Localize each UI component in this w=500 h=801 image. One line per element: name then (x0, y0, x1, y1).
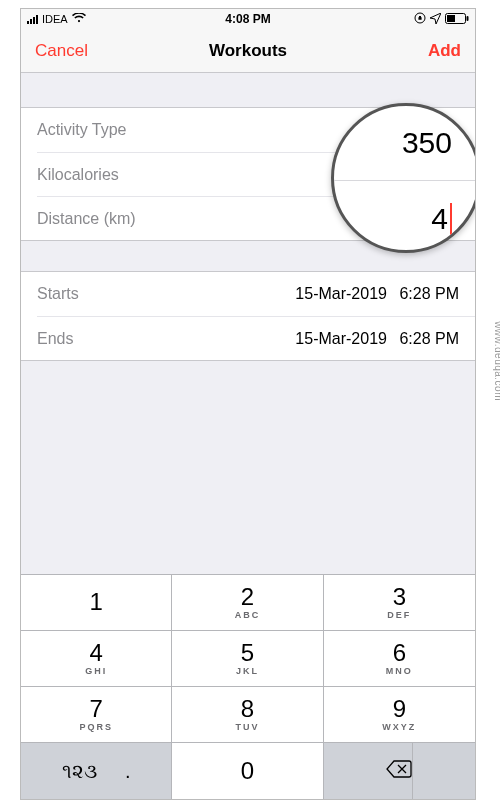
starts-date: 15-Mar-2019 (295, 285, 387, 302)
key-7[interactable]: 7PQRS (21, 687, 172, 743)
magnifier-overlay: 350 4 (331, 103, 476, 253)
ends-value: 15-Mar-2019 6:28 PM (295, 330, 459, 348)
key-2[interactable]: 2ABC (172, 575, 323, 631)
signal-icon (27, 15, 38, 24)
status-time: 4:08 PM (225, 12, 270, 26)
key-backspace[interactable] (386, 743, 413, 799)
location-icon (430, 13, 441, 26)
starts-label: Starts (37, 285, 79, 303)
carrier-label: IDEA (42, 13, 68, 25)
distance-label: Distance (km) (37, 210, 136, 228)
activity-type-label: Activity Type (37, 121, 127, 139)
key-1[interactable]: 1 (21, 575, 172, 631)
starts-row[interactable]: Starts 15-Mar-2019 6:28 PM (21, 272, 475, 316)
watermark: www.deuqa.com (494, 321, 501, 401)
key-5[interactable]: 5JKL (172, 631, 323, 687)
status-right (414, 12, 469, 26)
status-bar: IDEA 4:08 PM (21, 9, 475, 29)
key-language-dot[interactable]: ૧૨૩. (21, 743, 172, 799)
time-section: Starts 15-Mar-2019 6:28 PM Ends 15-Mar-2… (21, 271, 475, 361)
key-6[interactable]: 6MNO (324, 631, 475, 687)
numeric-keyboard: 1 2ABC 3DEF 4GHI 5JKL 6MNO 7PQRS 8TUV 9W… (21, 574, 475, 799)
ends-label: Ends (37, 330, 73, 348)
key-9[interactable]: 9WXYZ (324, 687, 475, 743)
device-frame: IDEA 4:08 PM Cancel Workouts Add Activit… (20, 8, 476, 800)
battery-icon (445, 13, 469, 26)
svg-rect-2 (467, 16, 469, 21)
kilocalories-label: Kilocalories (37, 166, 119, 184)
backspace-icon (386, 760, 412, 782)
nav-bar: Cancel Workouts Add (21, 29, 475, 73)
key-3[interactable]: 3DEF (324, 575, 475, 631)
cancel-button[interactable]: Cancel (35, 41, 88, 61)
key-0[interactable]: 0 (172, 743, 323, 799)
ends-row[interactable]: Ends 15-Mar-2019 6:28 PM (37, 316, 475, 360)
ends-time: 6:28 PM (399, 330, 459, 347)
key-4[interactable]: 4GHI (21, 631, 172, 687)
wifi-icon (72, 13, 86, 25)
status-left: IDEA (27, 13, 86, 25)
key-8[interactable]: 8TUV (172, 687, 323, 743)
orientation-lock-icon (414, 12, 426, 26)
svg-rect-3 (447, 15, 455, 22)
text-cursor (450, 203, 452, 235)
page-title: Workouts (209, 41, 287, 61)
starts-value: 15-Mar-2019 6:28 PM (295, 285, 459, 303)
magnifier-bottom-value: 4 (334, 181, 476, 253)
add-button[interactable]: Add (428, 41, 461, 61)
ends-date: 15-Mar-2019 (295, 330, 387, 347)
key-backspace[interactable] (324, 743, 475, 799)
starts-time: 6:28 PM (399, 285, 459, 302)
